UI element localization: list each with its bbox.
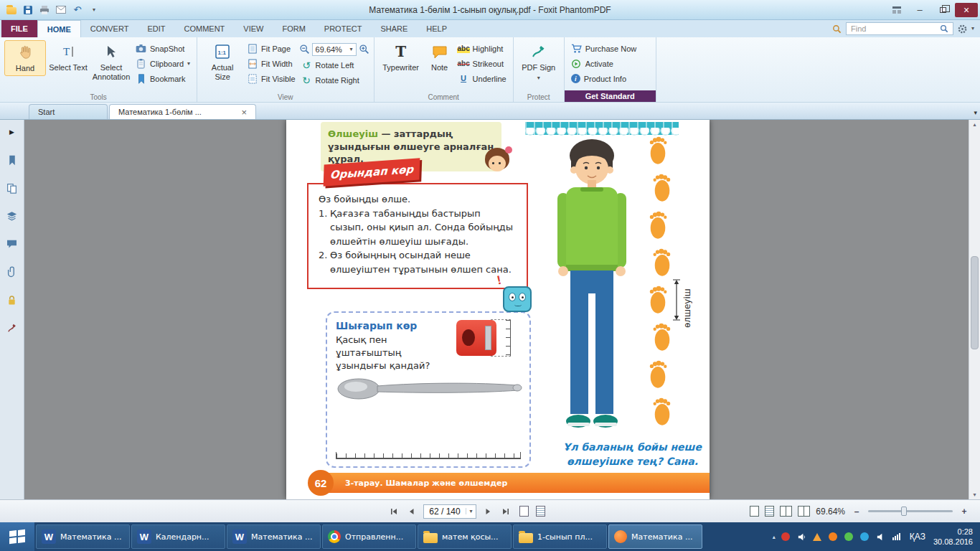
tab-form[interactable]: FORM [273,20,314,37]
doc-tab-current[interactable]: Математика 1-бөлім ... × [109,104,256,119]
note-button[interactable]: Note [425,40,455,75]
taskbar-item-active[interactable]: Математика ... [608,524,702,549]
minimize-button[interactable]: – [909,3,930,17]
warning-tray-icon[interactable] [812,532,823,542]
undo-icon[interactable]: ↶ [72,4,83,16]
find-input[interactable] [849,24,936,34]
print-icon[interactable] [39,4,50,16]
zoom-slider[interactable] [868,510,953,512]
panel-expand-icon[interactable]: ▶ [6,126,19,138]
taskbar-item[interactable]: W Математика ... [227,524,321,549]
strikeout-button[interactable]: abc Strikeout [456,57,509,70]
close-button[interactable]: × [955,3,978,17]
taskbar-item[interactable]: Отправленн... [322,524,416,549]
tab-help[interactable]: HELP [417,20,456,37]
taskbar-clock[interactable]: 0:28 30.08.2016 [933,527,973,547]
attachments-panel-icon[interactable] [6,265,19,278]
tab-close-icon[interactable]: × [241,108,247,117]
continuous-facing-layout-icon[interactable] [798,506,810,517]
select-text-button[interactable]: T Select Text [47,40,89,75]
skype-tray-icon[interactable] [859,532,870,542]
next-page-icon[interactable] [481,505,494,518]
pages-panel-icon[interactable] [6,182,19,194]
tab-home[interactable]: HOME [37,20,81,37]
fit-visible-button[interactable]: Fit Visible [245,72,297,85]
scroll-up-icon[interactable]: ▴ [973,121,976,128]
first-page-icon[interactable] [387,505,400,518]
email-icon[interactable] [55,4,67,16]
next-view-icon[interactable] [536,506,545,517]
zoom-out-button[interactable]: – [851,506,862,517]
product-info-button[interactable]: i Product Info [569,72,639,85]
rotate-left-button[interactable]: ↺ Rotate Left [299,59,369,71]
save-icon[interactable] [22,4,34,16]
get-standard-banner[interactable]: Get Standard [565,90,656,102]
volume-mixer-icon[interactable] [796,532,807,542]
tab-edit[interactable]: EDIT [138,20,174,37]
facing-layout-icon[interactable] [780,506,792,517]
network-icon[interactable] [891,532,902,542]
vertical-scrollbar[interactable]: ▴ ▾ [969,120,980,499]
gear-icon[interactable] [957,24,968,34]
actual-size-button[interactable]: 1:1 Actual Size [202,40,243,83]
taskbar-item[interactable]: W Математика ... [36,524,130,549]
activate-button[interactable]: Activate [569,57,639,70]
fit-page-button[interactable]: Fit Page [245,42,297,55]
taskbar-item[interactable]: матем қосы... [418,524,512,549]
hand-tool-button[interactable]: Hand [4,40,46,76]
bookmarks-panel-icon[interactable] [6,154,19,166]
scroll-down-icon[interactable]: ▾ [973,491,976,498]
tab-view[interactable]: VIEW [234,20,273,37]
previous-page-icon[interactable] [405,505,418,518]
typewriter-button[interactable]: T Typewriter [379,40,423,75]
language-indicator[interactable]: ҚАЗ [907,532,928,542]
page-number-input[interactable] [424,506,466,517]
layers-panel-icon[interactable] [6,209,19,222]
zoom-out-icon[interactable] [299,44,310,55]
foxit-tray-icon[interactable] [828,532,839,542]
gear-chevron-icon[interactable]: ▾ [971,26,974,32]
bookmark-button[interactable]: Bookmark [133,72,192,85]
taskbar-item[interactable]: W Календарн... [131,524,225,549]
messenger-tray-icon[interactable] [844,532,854,542]
purchase-now-button[interactable]: Purchase Now [569,42,639,55]
tab-comment[interactable]: COMMENT [175,20,235,37]
qat-customize-chevron-icon[interactable]: ▾ [88,4,100,16]
ribbon-display-icon[interactable] [886,3,908,17]
start-button[interactable] [0,522,34,551]
zoom-slider-thumb[interactable] [901,507,907,516]
rotate-right-button[interactable]: ↻ Rotate Right [299,74,369,86]
taskbar-item[interactable]: 1-сынып пл... [513,524,607,549]
page-field-chevron-icon[interactable]: ▾ [466,508,476,514]
tab-convert[interactable]: CONVERT [81,20,138,37]
zoom-in-button[interactable]: + [958,506,970,517]
tab-file[interactable]: FILE [1,20,37,37]
doc-tab-start[interactable]: Start [29,104,108,119]
signature-panel-icon[interactable] [6,321,19,334]
open-icon[interactable] [6,4,17,16]
zoom-level-combobox[interactable]: 69.64% ▾ [312,43,357,56]
restore-button[interactable] [932,3,953,17]
tray-expander-icon[interactable]: ▴ [773,534,776,540]
pdf-sign-button[interactable]: PDF Sign ▾ [518,40,560,83]
previous-view-icon[interactable] [519,506,529,517]
continuous-layout-icon[interactable] [765,506,774,517]
scrollbar-thumb[interactable] [971,256,979,349]
document-canvas[interactable]: Өлшеуіш — заттардың ұзындығын өлшеуге ар… [24,120,969,499]
antivirus-tray-icon[interactable] [781,532,791,542]
tab-list-chevron-icon[interactable]: ▾ [974,109,977,116]
security-panel-icon[interactable] [6,293,19,306]
tab-share[interactable]: SHARE [371,20,417,37]
snapshot-button[interactable]: SnapShot [133,42,192,55]
last-page-icon[interactable] [499,505,512,518]
tab-protect[interactable]: PROTECT [315,20,372,37]
zoom-in-icon[interactable] [359,44,369,55]
underline-button[interactable]: U Underline [456,72,509,85]
single-page-layout-icon[interactable] [750,506,759,517]
fit-width-button[interactable]: Fit Width [245,57,297,70]
clipboard-button[interactable]: Clipboard ▾ [133,57,192,70]
sound-tray-icon[interactable] [875,532,886,542]
find-go-icon[interactable] [939,24,950,34]
highlight-button[interactable]: abc Highlight [456,42,509,55]
select-annotation-button[interactable]: Select Annotation [90,40,132,83]
